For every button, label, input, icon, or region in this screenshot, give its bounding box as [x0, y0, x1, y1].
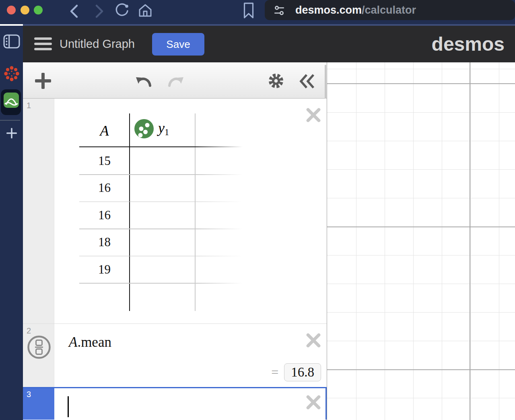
- desmos-logo[interactable]: desmos: [432, 26, 505, 62]
- tune-icon[interactable]: [274, 5, 285, 18]
- close-icon: [306, 333, 321, 348]
- evaluation-result: = 16.8: [271, 363, 321, 381]
- fraction-toggle-icon: [27, 335, 52, 360]
- url-host: desmos.com: [295, 4, 362, 16]
- settings-button[interactable]: [267, 72, 286, 91]
- major-gridline-v: [470, 62, 470, 420]
- close-icon: [306, 395, 321, 410]
- selection-border: [325, 388, 327, 420]
- expression-latex[interactable]: A.mean: [69, 334, 111, 350]
- expression-index: 1: [23, 99, 54, 110]
- table-expression-content[interactable]: A y1 15 16 16 18: [54, 99, 327, 323]
- table-cell-a3[interactable]: 16: [79, 202, 130, 229]
- column-style-points-icon[interactable]: [134, 119, 154, 139]
- redo-button[interactable]: [166, 74, 185, 92]
- traffic-light-close-button[interactable]: [7, 6, 16, 14]
- forward-button[interactable]: [92, 3, 106, 21]
- app-sidebar: [0, 26, 23, 420]
- table-row-separator: [79, 256, 243, 257]
- home-icon: [137, 2, 153, 19]
- panel-toggle-icon: [3, 34, 20, 49]
- double-chevron-left-icon: [299, 74, 316, 89]
- plus-icon: [6, 127, 18, 139]
- expression-index: 2: [23, 324, 54, 336]
- plus-icon: [34, 72, 52, 90]
- table-cell-a6-empty[interactable]: [79, 283, 130, 310]
- canvas-logo-icon: [4, 66, 19, 81]
- empty-expression-content[interactable]: [54, 388, 327, 420]
- delete-expression-button[interactable]: [306, 107, 321, 123]
- result-value[interactable]: 16.8: [284, 363, 321, 381]
- url-path: /calculator: [362, 4, 416, 16]
- expression-gutter-selected: 3: [23, 388, 54, 420]
- expression-gutter: 1: [23, 99, 54, 323]
- table-column-line-2: [195, 113, 196, 311]
- gear-icon: [267, 72, 285, 90]
- y1-label: y1: [158, 119, 169, 138]
- traffic-light-minimize-button[interactable]: [21, 6, 29, 14]
- save-button[interactable]: Save: [152, 33, 204, 56]
- major-gridline-h: [327, 226, 515, 227]
- reload-button[interactable]: [114, 2, 130, 21]
- sidebar-item-desmos-active-pill[interactable]: [1, 89, 21, 115]
- table-cell-a4[interactable]: 18: [79, 229, 130, 255]
- undo-icon: [135, 74, 153, 89]
- fraction-toggle-button[interactable]: [27, 335, 52, 362]
- expression-row-mean: 2 A.mean = 16.8: [23, 324, 327, 387]
- table-cell-a1[interactable]: 15: [79, 147, 130, 174]
- forward-icon: [97, 6, 102, 17]
- equals-sign: =: [271, 365, 278, 380]
- url-bar[interactable]: desmos.com/calculator: [265, 0, 515, 20]
- bookmark-button[interactable]: [243, 2, 255, 21]
- redo-icon: [166, 74, 185, 89]
- main-menu-button[interactable]: [34, 37, 52, 51]
- expression-gutter: 2: [23, 324, 54, 387]
- close-icon: [306, 107, 321, 123]
- major-gridline-h: [327, 83, 515, 84]
- table-column-header-y1[interactable]: y1: [134, 117, 169, 140]
- reload-icon: [114, 2, 130, 19]
- table-cell-a2[interactable]: 16: [79, 174, 130, 201]
- expression-list: 1 A y1: [23, 99, 327, 420]
- table-cell-a5[interactable]: 19: [79, 256, 130, 283]
- graph-title[interactable]: Untitled Graph: [60, 26, 135, 62]
- text-cursor: [68, 396, 69, 417]
- graph-canvas[interactable]: [327, 62, 515, 420]
- expression-index: 3: [23, 388, 54, 399]
- undo-button[interactable]: [135, 74, 153, 92]
- expression-panel: 1 A y1: [23, 62, 327, 420]
- desmos-app-icon[interactable]: [4, 93, 19, 108]
- desmos-header: Untitled Graph Save desmos: [23, 26, 515, 62]
- table-row-separator: [79, 229, 243, 229]
- home-button[interactable]: [137, 2, 153, 21]
- screen: desmos.com/calculator: [0, 0, 515, 420]
- bookmark-icon: [243, 2, 255, 19]
- collapse-panel-button[interactable]: [299, 74, 317, 92]
- add-expression-button[interactable]: [34, 72, 53, 91]
- delete-expression-button[interactable]: [306, 333, 321, 348]
- table-column-header-a[interactable]: A: [79, 120, 130, 141]
- expression-row-empty-selected: 3: [23, 387, 327, 420]
- panel-scrollbar[interactable]: [325, 65, 326, 102]
- traffic-light-zoom-button[interactable]: [34, 6, 43, 14]
- back-button[interactable]: [67, 3, 82, 21]
- browser-top-bar: desmos.com/calculator: [0, 0, 515, 24]
- mean-expression-content[interactable]: A.mean = 16.8: [54, 324, 327, 387]
- sidebar-divider: [0, 120, 20, 121]
- major-gridline-h: [327, 369, 515, 370]
- url-text: desmos.com/calculator: [295, 0, 416, 20]
- table-row-separator: [79, 174, 243, 175]
- expression-toolbar: [23, 62, 327, 99]
- back-icon: [71, 6, 77, 17]
- table-row-separator: [79, 202, 243, 202]
- expression-row-table: 1 A y1: [23, 99, 327, 324]
- delete-expression-button[interactable]: [306, 395, 321, 410]
- hamburger-icon: [34, 37, 52, 40]
- table-row-separator: [79, 283, 243, 284]
